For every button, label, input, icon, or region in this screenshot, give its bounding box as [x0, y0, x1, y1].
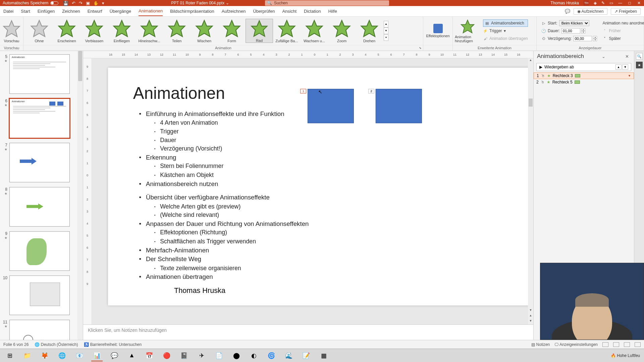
- slide-body[interactable]: Einführung in Animationseffekte und ihre…: [139, 109, 531, 282]
- anim-verblassen[interactable]: Verblassen: [80, 19, 108, 43]
- preview-button[interactable]: Vorschau: [2, 19, 21, 43]
- tab-animationen[interactable]: Animationen: [139, 6, 163, 16]
- gutter-search-icon[interactable]: 🔍: [636, 53, 643, 60]
- minimize-button[interactable]: —: [618, 1, 623, 5]
- slide-canvas[interactable]: Animationen Einführung in Animationseffe…: [92, 58, 533, 324]
- record-button[interactable]: ◉ Aufzeichnen: [574, 8, 607, 15]
- editor-scrollbar[interactable]: ▲ ▼ ▲ ▼: [528, 58, 533, 324]
- vlc-icon[interactable]: ▲: [124, 350, 140, 361]
- anim-drehen[interactable]: Drehen: [356, 19, 383, 43]
- anim-erscheinen[interactable]: Erscheinen: [53, 19, 80, 43]
- anim-teilen[interactable]: Teilen: [163, 19, 191, 43]
- normal-view-icon[interactable]: [602, 342, 608, 347]
- tab-einfuegen[interactable]: Einfügen: [38, 7, 55, 16]
- pen-icon[interactable]: ✎: [601, 1, 605, 5]
- firefox-icon[interactable]: 🦊: [37, 350, 52, 361]
- app-icon[interactable]: 💬: [107, 350, 122, 361]
- save-icon[interactable]: 💾: [63, 1, 68, 6]
- app3-icon[interactable]: 🔴: [159, 350, 174, 361]
- anim-wischen[interactable]: Wischen: [191, 19, 218, 43]
- app5-icon[interactable]: ◐: [246, 350, 262, 361]
- telegram-icon[interactable]: ✈: [194, 350, 209, 361]
- onenote-icon[interactable]: 📓: [176, 350, 192, 361]
- search-box[interactable]: 🔍 Suchen: [265, 0, 389, 6]
- anim-rad[interactable]: Rad: [246, 19, 273, 43]
- notes-pane[interactable]: Klicken Sie, um Notizen hinzuzufügen: [83, 324, 533, 340]
- app2-icon[interactable]: 📅: [142, 350, 157, 361]
- app6-icon[interactable]: 🌀: [264, 350, 279, 361]
- tab-ansicht[interactable]: Ansicht: [282, 7, 297, 16]
- document-title[interactable]: PPT 01 Roter Faden 004.pptx ⌄: [171, 1, 229, 5]
- diamond-icon[interactable]: ◈: [594, 1, 597, 5]
- anim-tag-2[interactable]: 2: [368, 89, 374, 94]
- app4-icon[interactable]: 📄: [211, 350, 227, 361]
- qat-more-icon[interactable]: ▾: [102, 1, 104, 6]
- thumbnail-9[interactable]: 9★: [2, 231, 80, 271]
- language-button[interactable]: 🌐 Deutsch (Österreich): [35, 342, 78, 347]
- display-settings-button[interactable]: 🖵 Anzeigeeinstellungen: [554, 342, 598, 347]
- play-from-button[interactable]: ▶ Wiedergeben ab ▲▼: [536, 63, 631, 71]
- dialog-launcher-icon[interactable]: ⬊: [419, 46, 422, 50]
- rectangle-2[interactable]: [376, 89, 422, 123]
- share-button[interactable]: ↗ Freigeben: [611, 8, 641, 15]
- slideshow-view-icon[interactable]: [635, 342, 641, 347]
- anim-wachsen u...[interactable]: Wachsen u...: [301, 19, 328, 43]
- close-pane-icon[interactable]: ✕: [624, 54, 631, 59]
- touch-icon[interactable]: ✋: [93, 1, 99, 6]
- tab-aufzeichnen[interactable]: Aufzeichnen: [222, 7, 246, 16]
- start-button[interactable]: ⊞: [2, 350, 17, 361]
- anim-tag-1[interactable]: 1: [300, 89, 306, 94]
- thumbnail-11[interactable]: 11★♡: [2, 320, 80, 340]
- comments-icon[interactable]: 💬: [565, 9, 570, 14]
- tab-hilfe[interactable]: Hilfe: [328, 7, 337, 16]
- notes-button[interactable]: ▤ Notizen: [531, 342, 550, 347]
- animation-painter-button[interactable]: 🖌Animation übertragen: [483, 35, 528, 42]
- anim-ohne[interactable]: Ohne: [25, 19, 53, 43]
- tab-entwurf[interactable]: Entwurf: [88, 7, 102, 16]
- thumbnail-6[interactable]: 6★Animationen: [2, 99, 80, 138]
- anim-einfliegen[interactable]: Einfliegen: [108, 19, 136, 43]
- effect-options-button[interactable]: Effektoptionen: [425, 19, 450, 43]
- user-name[interactable]: Thomas Hruska: [550, 1, 579, 5]
- anim-hineinschw...[interactable]: Hineinschw...: [136, 19, 163, 43]
- edge-icon[interactable]: 🌊: [281, 350, 297, 361]
- obs-icon[interactable]: ⬤: [229, 350, 244, 361]
- start-select[interactable]: Beim Klicken: [559, 20, 589, 26]
- move-down-icon[interactable]: ▼: [622, 64, 628, 70]
- powerpoint-icon[interactable]: 📊: [89, 350, 105, 361]
- accessibility-button[interactable]: ♿ Barrierefreiheit: Untersuchen: [84, 342, 142, 347]
- tab-dictation[interactable]: Dictation: [304, 7, 321, 16]
- present-icon[interactable]: ▣: [86, 1, 90, 6]
- reading-view-icon[interactable]: [624, 342, 630, 347]
- redo-icon[interactable]: ↷: [79, 1, 83, 6]
- anim-form[interactable]: Form: [218, 19, 246, 43]
- move-later-button[interactable]: ˅Später: [602, 35, 644, 42]
- undo-icon[interactable]: ↶: [72, 1, 75, 6]
- tab-start[interactable]: Start: [21, 7, 30, 16]
- chevron-down-icon[interactable]: ⌄: [600, 54, 607, 59]
- maximize-button[interactable]: □: [627, 1, 632, 5]
- window-icon[interactable]: ▭: [609, 1, 613, 5]
- anim-zoom[interactable]: Zoom: [328, 19, 356, 43]
- delay-input[interactable]: [573, 36, 592, 41]
- tab-uebergaenge[interactable]: Übergänge: [110, 7, 131, 16]
- tab-zeichnen[interactable]: Zeichnen: [62, 7, 80, 16]
- add-animation-button[interactable]: Animation hinzufügen: [455, 19, 480, 43]
- tab-datei[interactable]: Datei: [3, 7, 13, 16]
- weather-widget[interactable]: 🔥 Hohe Luftfeu: [611, 353, 640, 358]
- tab-bildschirm[interactable]: Bildschirmpräsentation: [170, 7, 214, 16]
- thumbnail-5[interactable]: 5★Animationen: [2, 54, 80, 94]
- slide-author[interactable]: Thomas Hruska: [174, 286, 225, 295]
- avatar[interactable]: TH: [584, 0, 589, 6]
- thumbnail-7[interactable]: 7★: [2, 143, 80, 182]
- rectangle-1[interactable]: [308, 89, 354, 123]
- tab-ueberpruefen[interactable]: Überprüfen: [253, 7, 275, 16]
- trigger-button[interactable]: ⚡Trigger ▾: [483, 27, 528, 35]
- thumbnail-10[interactable]: 10: [2, 276, 80, 315]
- autosave-toggle[interactable]: Automatisches Speichern: [3, 1, 58, 5]
- animation-pane-button[interactable]: ▤Animationsbereich: [483, 19, 528, 27]
- app7-icon[interactable]: 📝: [299, 350, 314, 361]
- thumbnail-8[interactable]: 8★: [2, 187, 80, 227]
- gutter-anim-icon[interactable]: ★: [636, 62, 643, 68]
- anim-zufällige ba...[interactable]: Zufällige Ba...: [273, 19, 301, 43]
